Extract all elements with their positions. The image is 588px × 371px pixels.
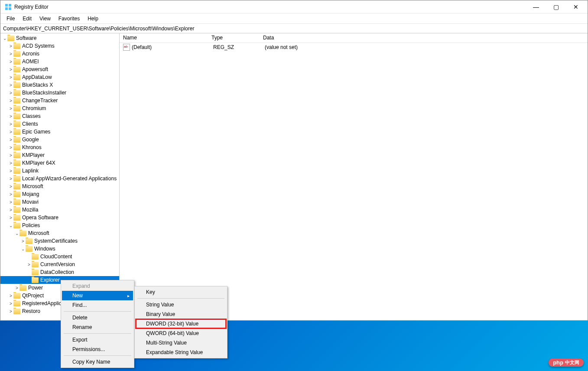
expander-icon[interactable]: > — [8, 67, 13, 72]
close-button[interactable]: ✕ — [566, 0, 586, 13]
col-header-type[interactable]: Type — [208, 33, 260, 42]
tree-item-classes[interactable]: >Classes — [0, 112, 119, 120]
expander-icon[interactable]: > — [26, 262, 32, 267]
menu-item-string-value[interactable]: String Value — [136, 300, 226, 309]
tree-item-epic-games[interactable]: >Epic Games — [0, 128, 119, 136]
minimize-button[interactable]: — — [526, 0, 546, 13]
tree-item-khronos[interactable]: >Khronos — [0, 143, 119, 151]
tree-item-aomei[interactable]: >AOMEI — [0, 58, 119, 65]
context-menu-primary: ExpandNewFind...DeleteRenameExportPermis… — [61, 280, 134, 368]
tree-item-chromium[interactable]: >Chromium — [0, 104, 119, 112]
expander-icon[interactable]: > — [8, 91, 13, 95]
tree-item-opera-software[interactable]: >Opera Software — [0, 214, 119, 221]
folder-icon — [32, 277, 39, 283]
tree-item-mozilla[interactable]: >Mozilla — [0, 206, 119, 214]
tree-item-acd-systems[interactable]: >ACD Systems — [0, 42, 119, 50]
list-pane[interactable]: Name Type Data (Default)REG_SZ(value not… — [120, 33, 588, 320]
expander-icon[interactable]: > — [8, 98, 13, 103]
expander-icon[interactable]: > — [8, 59, 13, 64]
expander-icon[interactable]: > — [8, 83, 13, 88]
expander-icon[interactable]: > — [8, 161, 13, 166]
tree-item-mojang[interactable]: >Mojang — [0, 190, 119, 198]
expander-icon[interactable]: > — [8, 122, 13, 127]
tree-item-acronis[interactable]: >Acronis — [0, 50, 119, 58]
menu-help[interactable]: Help — [84, 14, 102, 23]
expander-icon[interactable]: > — [8, 208, 13, 212]
expander-icon[interactable]: > — [8, 145, 13, 150]
tree-item-changetracker[interactable]: >ChangeTracker — [0, 97, 119, 104]
address-bar[interactable]: Computer\HKEY_CURRENT_USER\Software\Poli… — [0, 24, 588, 33]
expander-icon[interactable]: > — [8, 169, 13, 173]
tree-item-movavi[interactable]: >Movavi — [0, 198, 119, 206]
tree-pane[interactable]: ⌄Software>ACD Systems>Acronis>AOMEI>Apow… — [0, 33, 120, 320]
tree-item-laplink[interactable]: >Laplink — [0, 167, 119, 175]
tree-item-policies[interactable]: ⌄Policies — [0, 221, 119, 229]
expander-icon[interactable]: ⌄ — [14, 231, 19, 236]
tree-item-datacollection[interactable]: DataCollection — [0, 268, 119, 276]
tree-item-kmplayer-64x[interactable]: >KMPlayer 64X — [0, 159, 119, 167]
expander-icon[interactable]: > — [8, 130, 13, 134]
titlebar[interactable]: Registry Editor — ▢ ✕ — [0, 0, 588, 13]
expander-icon[interactable]: > — [8, 192, 13, 197]
tree-item-microsoft[interactable]: >Microsoft — [0, 182, 119, 190]
tree-item-clients[interactable]: >Clients — [0, 120, 119, 128]
expander-icon[interactable]: > — [8, 309, 13, 314]
menu-item-copy-key-name[interactable]: Copy Key Name — [62, 357, 133, 367]
menu-item-permissions-[interactable]: Permissions... — [62, 345, 133, 354]
expander-icon[interactable]: > — [8, 52, 13, 56]
expander-icon[interactable]: > — [8, 114, 13, 119]
expander-icon[interactable]: > — [8, 106, 13, 111]
col-header-name[interactable]: Name — [120, 33, 208, 42]
expander-icon[interactable]: > — [8, 200, 13, 205]
tree-item-local-appwizard-generated-applications[interactable]: >Local AppWizard-Generated Applications — [0, 175, 119, 182]
expander-icon[interactable]: > — [8, 153, 13, 158]
value-row[interactable]: (Default)REG_SZ(value not set) — [120, 43, 588, 52]
tree-item-cloudcontent[interactable]: CloudContent — [0, 253, 119, 260]
expander-icon[interactable]: > — [8, 293, 13, 298]
col-header-data[interactable]: Data — [260, 33, 588, 42]
tree-item-google[interactable]: >Google — [0, 136, 119, 143]
tree-item-apowersoft[interactable]: >Apowersoft — [0, 65, 119, 73]
tree-item-windows[interactable]: ⌄Windows — [0, 245, 119, 253]
menu-item-dword-32-bit-value[interactable]: DWORD (32-bit) Value — [136, 319, 226, 329]
menu-item-key[interactable]: Key — [136, 287, 226, 297]
tree-item-currentversion[interactable]: >CurrentVersion — [0, 260, 119, 268]
expander-icon[interactable]: > — [20, 239, 26, 244]
tree-item-appdatalow[interactable]: >AppDataLow — [0, 73, 119, 81]
expander-icon[interactable]: ⌄ — [2, 36, 7, 41]
tree-label: Khronos — [22, 144, 42, 150]
expander-icon[interactable]: ⌄ — [8, 223, 13, 228]
menu-edit[interactable]: Edit — [19, 14, 35, 23]
expander-icon[interactable]: > — [8, 184, 13, 189]
expander-icon[interactable]: > — [8, 176, 13, 181]
menu-item-find-[interactable]: Find... — [62, 300, 133, 310]
menu-item-multi-string-value[interactable]: Multi-String Value — [136, 338, 226, 348]
tree-item-bluestacksinstaller[interactable]: >BlueStacksInstaller — [0, 89, 119, 97]
menu-item-rename[interactable]: Rename — [62, 322, 133, 332]
tree-item-software[interactable]: ⌄Software — [0, 34, 119, 42]
menu-view[interactable]: View — [36, 14, 54, 23]
menu-favorites[interactable]: Favorites — [55, 14, 83, 23]
expander-icon[interactable]: > — [8, 301, 13, 306]
tree-item-systemcertificates[interactable]: >SystemCertificates — [0, 237, 119, 245]
menu-item-delete[interactable]: Delete — [62, 313, 133, 322]
tree-item-microsoft[interactable]: ⌄Microsoft — [0, 229, 119, 237]
menu-item-export[interactable]: Export — [62, 335, 133, 345]
expander-icon[interactable]: > — [8, 137, 13, 142]
tree-label: Acronis — [22, 51, 39, 57]
folder-icon — [13, 160, 20, 166]
expander-icon[interactable]: > — [8, 44, 13, 49]
tree-item-kmplayer[interactable]: >KMPlayer — [0, 151, 119, 159]
expander-icon[interactable]: > — [8, 215, 13, 220]
menu-item-qword-64-bit-value[interactable]: QWORD (64-bit) Value — [136, 329, 226, 338]
menu-item-expandable-string-value[interactable]: Expandable String Value — [136, 348, 226, 357]
maximize-button[interactable]: ▢ — [546, 0, 566, 13]
menu-item-binary-value[interactable]: Binary Value — [136, 309, 226, 319]
expander-icon[interactable]: ⌄ — [20, 247, 26, 251]
expander-icon[interactable]: > — [14, 286, 19, 290]
expander-icon[interactable]: > — [8, 75, 13, 80]
menu-item-new[interactable]: New — [62, 291, 133, 300]
tree-item-bluestacks-x[interactable]: >BlueStacks X — [0, 81, 119, 89]
window-controls: — ▢ ✕ — [526, 0, 586, 13]
menu-file[interactable]: File — [3, 14, 18, 23]
